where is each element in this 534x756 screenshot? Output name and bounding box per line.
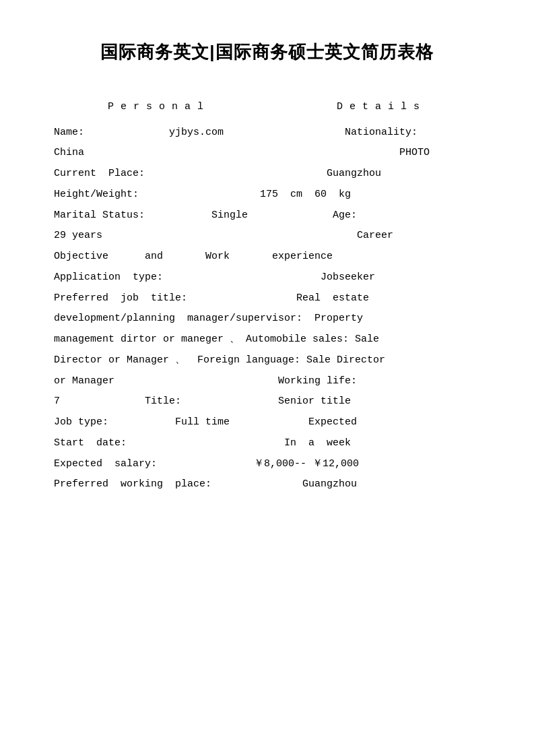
personal-label: Personal xyxy=(108,98,210,117)
preferred-place-line: Preferred working place: Guangzhou xyxy=(54,474,480,495)
details-label: Details xyxy=(337,98,426,117)
name-line: Name: yjbys.com Nationality: xyxy=(54,123,480,144)
working-7-line: 7 Title: Senior title xyxy=(54,391,480,412)
current-place-line: Current Place: Guangzhou xyxy=(54,164,480,185)
resume-content: Personal Details Name: yjbys.com Nationa… xyxy=(54,98,480,495)
expected-salary-line: Expected salary: ￥8,000-- ￥12,000 xyxy=(54,454,480,475)
application-type-line: Application type: Jobseeker xyxy=(54,267,480,288)
objective-work-line: Objective and Work experience xyxy=(54,247,480,267)
preferred-job-line: Preferred job title: Real estate xyxy=(54,288,480,309)
china-photo-line: China PHOTO xyxy=(54,143,480,164)
page-container: 国际商务英文|国际商务硕士英文简历表格 Personal Details Nam… xyxy=(54,40,480,495)
age-career-line: 29 years Career xyxy=(54,226,480,247)
or-manager-line: or Manager Working life: xyxy=(54,371,480,392)
section-personal-details: Personal Details xyxy=(54,98,480,117)
marital-status-line: Marital Status: Single Age: xyxy=(54,206,480,226)
height-weight-line: Height/Weight: 175 cm 60 kg xyxy=(54,185,480,206)
development-line: development/planning manager/supervisor:… xyxy=(54,309,480,329)
director-foreign-line: Director or Manager 、 Foreign language: … xyxy=(54,350,480,371)
page-title: 国际商务英文|国际商务硕士英文简历表格 xyxy=(54,40,480,64)
job-type-line: Job type: Full time Expected xyxy=(54,412,480,433)
management-line: management dirtor or maneger 、 Automobil… xyxy=(54,329,480,350)
start-date-line: Start date: In a week xyxy=(54,433,480,454)
